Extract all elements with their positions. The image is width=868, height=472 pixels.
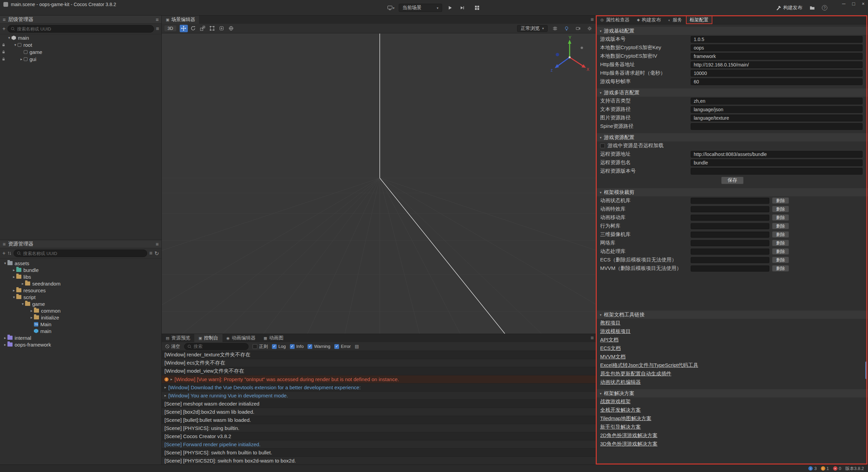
rect-tool-button[interactable] — [208, 25, 216, 32]
expand-arrow-icon[interactable] — [3, 336, 7, 340]
asset-row[interactable]: internal — [0, 334, 161, 341]
checkbox[interactable] — [272, 344, 277, 349]
config-input[interactable] — [691, 44, 863, 51]
expand-arrow-icon[interactable] — [3, 261, 7, 266]
bottom-panel-tab[interactable]: 动画编辑器 — [222, 334, 260, 342]
menu-item[interactable] — [22, 8, 28, 15]
doc-link[interactable]: 教程项目 — [597, 319, 868, 327]
config-input[interactable] — [691, 53, 863, 60]
light-toggle-button[interactable] — [563, 25, 571, 32]
panel-menu-icon[interactable]: ≡ — [591, 17, 594, 23]
menu-item[interactable] — [35, 8, 42, 15]
expand-arrow-icon[interactable] — [12, 288, 16, 293]
asset-row[interactable]: resources — [0, 287, 161, 294]
device-select-button[interactable]: ▾ — [387, 4, 395, 12]
console-log-row[interactable]: ! ▸ [Window] ecs文件夹不存在 — [162, 359, 596, 367]
maximize-button[interactable]: □ — [852, 1, 855, 6]
doc-link[interactable]: ECS文档 — [597, 344, 868, 353]
create-asset-button[interactable]: + — [2, 250, 5, 256]
doc-link[interactable]: 游戏模板项目 — [597, 327, 868, 336]
expand-arrow-icon[interactable] — [20, 281, 25, 286]
checkbox[interactable] — [308, 344, 312, 349]
assets-search-input[interactable] — [23, 251, 144, 256]
hierarchy-filter-icon[interactable]: ≡ — [156, 26, 159, 32]
sort-icon[interactable] — [7, 251, 12, 255]
console-log-row[interactable]: ! ▸ [Scene] [box2d]:box2d wasm lib loade… — [162, 408, 596, 416]
console-log-row[interactable]: ! ▸ [Window] [Vue warn]: Property "onInp… — [162, 375, 596, 383]
expand-arrow-icon[interactable] — [19, 57, 24, 61]
error-counter[interactable]: × 0 — [833, 466, 841, 471]
config-input[interactable] — [691, 151, 863, 158]
section-solutions[interactable]: ▾ 框架解决方案 — [597, 389, 868, 397]
console-log-row[interactable]: ! ▸ [Scene] Cocos Creator v3.8.2 — [162, 432, 596, 440]
solution-link[interactable]: 战旗游戏框架 — [597, 397, 868, 406]
expand-arrow-icon[interactable] — [7, 36, 12, 40]
doc-link[interactable]: API文档 — [597, 336, 868, 344]
menu-item[interactable] — [49, 8, 56, 15]
section-doc-links[interactable]: ▾ 框架文档工具链接 — [597, 311, 868, 319]
anchor-tool-button[interactable] — [218, 25, 226, 32]
asset-row[interactable]: seedrandom — [0, 280, 161, 287]
expand-arrow-icon[interactable] — [13, 43, 18, 47]
asset-row[interactable]: oops-framework — [0, 341, 161, 348]
console-log-row[interactable]: ! ▸ [Scene] [PHYSICS]: switch from built… — [162, 449, 596, 457]
delete-module-button[interactable]: 删除 — [772, 223, 789, 229]
config-input[interactable] — [691, 123, 863, 130]
console-log-row[interactable]: ! ▸ [Window] model_view文件夹不存在 — [162, 367, 596, 375]
minimize-button[interactable]: ─ — [842, 1, 845, 6]
checkbox[interactable] — [290, 344, 295, 349]
scene-select-dropdown[interactable]: 当前场景 ▾ — [399, 4, 442, 12]
section-resource-config[interactable]: ▾ 游戏资源配置 — [597, 133, 868, 141]
layout-button[interactable] — [473, 4, 481, 12]
bottom-panel-tab[interactable]: 动画图 — [259, 334, 287, 342]
asset-row[interactable]: common — [0, 307, 161, 314]
scene-settings-button[interactable] — [586, 25, 594, 32]
inspector-scrollbar-thumb[interactable] — [865, 361, 867, 379]
expand-arrow-icon[interactable]: ▸ — [171, 377, 173, 381]
rotate-tool-button[interactable] — [189, 25, 197, 32]
delete-module-button[interactable]: 删除 — [772, 257, 789, 263]
delete-module-button[interactable]: 删除 — [772, 214, 789, 221]
hierarchy-search-input[interactable] — [17, 26, 150, 32]
create-node-button[interactable]: + — [2, 26, 5, 32]
console-log-row[interactable]: ! ▸ [Scene] [PHYSICS]: using builtin. — [162, 424, 596, 432]
solution-link[interactable]: 2D角色扮演游戏解决方案 — [597, 431, 868, 440]
open-project-folder-button[interactable] — [808, 4, 816, 12]
config-input[interactable] — [691, 98, 863, 104]
config-input[interactable] — [691, 159, 863, 166]
doc-link[interactable]: Excel格式转Json文件与TypeScript代码工具 — [597, 361, 868, 370]
scale-tool-button[interactable] — [199, 25, 207, 32]
hierarchy-node-row[interactable]: root — [0, 41, 161, 48]
console-filter-checkbox[interactable]: Log — [272, 344, 286, 349]
console-log-row[interactable]: ! ▸ [Window] Download the Vue Devtools e… — [162, 383, 596, 392]
config-input[interactable] — [691, 115, 863, 121]
info-counter[interactable]: i 3 — [808, 466, 816, 471]
expand-arrow-icon[interactable] — [3, 342, 7, 347]
console-log-row[interactable]: ! ▸ [Scene] [bullet]:bullet wasm lib loa… — [162, 416, 596, 424]
solution-link[interactable]: 全栈开发解决方案 — [597, 406, 868, 414]
delete-module-button[interactable]: 删除 — [772, 265, 789, 272]
move-tool-button[interactable] — [180, 25, 188, 32]
console-filter-checkbox[interactable]: Warning — [308, 344, 330, 349]
panel-menu-icon[interactable]: ≡ — [156, 17, 159, 22]
clear-console-button[interactable]: 清空 — [165, 343, 180, 350]
step-button[interactable] — [458, 4, 467, 12]
expand-arrow-icon[interactable] — [20, 302, 25, 306]
asset-row[interactable]: script — [0, 294, 161, 300]
asset-row[interactable]: bundle — [0, 267, 161, 273]
config-input[interactable] — [691, 61, 863, 68]
delete-module-button[interactable]: 删除 — [772, 197, 789, 204]
expand-arrow-icon[interactable] — [12, 295, 16, 299]
console-log-row[interactable]: ! ▸ [Window] You are running Vue in deve… — [162, 392, 596, 400]
asset-row[interactable]: main — [0, 328, 161, 334]
asset-row[interactable]: initialize — [0, 314, 161, 321]
console-log-row[interactable]: ! ▸ [Scene] Forward render pipeline init… — [162, 440, 596, 449]
warning-counter[interactable]: ! 1 — [821, 466, 829, 471]
config-input[interactable] — [691, 106, 863, 113]
console-log-row[interactable]: ! ▸ [Scene] [PHYSICS2D]: switch from box… — [162, 457, 596, 465]
scene-viewport[interactable]: Y X z — [162, 34, 596, 334]
console-filter-checkbox[interactable]: 正则 — [253, 343, 268, 350]
save-button[interactable]: 保存 — [721, 177, 744, 184]
solution-link[interactable]: 3D角色扮演游戏解决方案 — [597, 440, 868, 448]
menu-item[interactable] — [42, 8, 49, 15]
